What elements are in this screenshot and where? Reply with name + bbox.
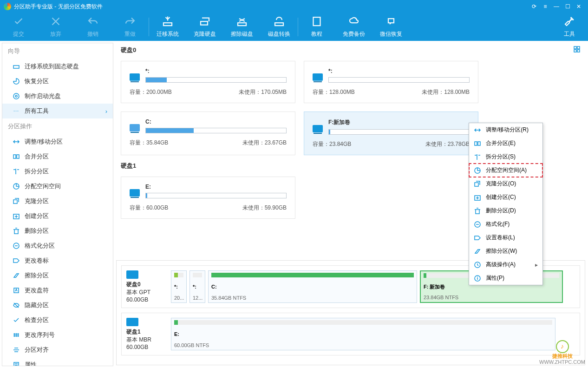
drive-icon [130,124,140,131]
sidebar-item-merge[interactable]: 合并分区 [2,149,113,164]
redo-icon [124,16,136,28]
delete-icon [13,227,20,235]
usage-bar [145,193,287,198]
menu-button[interactable]: ≡ [540,3,551,10]
sidebar: 向导迁移系统到固态硬盘恢复分区制作启动光盘所有工具›分区操作调整/移动分区合并分… [2,43,113,366]
wechat-icon [385,16,397,28]
alloc-icon [13,183,20,190]
merge-icon [13,153,20,160]
sidebar-item-label[interactable]: 更改卷标 [2,253,113,268]
sidebar-item-dots[interactable]: 所有工具› [2,104,113,118]
partition-card[interactable]: F:新加卷容量：23.84GB未使用：23.78GB [304,112,478,155]
sidebar-item-split[interactable]: 拆分分区 [2,164,113,179]
minimize-button[interactable]: — [551,3,562,10]
disk-icon [126,270,138,279]
sidebar-item-alloc[interactable]: 分配空闲空间 [2,179,113,194]
toolbar-redo-button[interactable]: 重做 [111,16,149,38]
partition-name: C: [145,118,287,125]
ctx-wipe[interactable]: 擦除分区(W) [469,244,542,258]
partition-card[interactable]: C:容量：35.84GB未使用：23.67GB [121,112,295,155]
drive-arrow-icon [162,16,173,28]
check-icon [13,316,20,324]
close-button[interactable]: ✕ [573,3,584,10]
toolbar: 提交放弃撤销重做迁移系统克隆硬盘擦除磁盘磁盘转换教程免费备份微信恢复工具 [0,13,588,41]
toolbar-drive-arrow-button[interactable]: 迁移系统 [149,16,186,38]
toolbar-cancel-button[interactable]: 放弃 [37,16,74,38]
disk-map-partition[interactable]: *:20... [171,270,187,303]
drive-icon [313,125,323,132]
disk-summary[interactable]: 硬盘1基本 MBR60.00GB [126,318,168,350]
letter-icon [13,287,20,294]
cancel-icon [50,16,61,28]
drive-clone-icon [199,16,210,28]
ctx-clone[interactable]: 克隆分区(O) [469,177,542,191]
undo-icon [87,16,98,28]
ctx-split[interactable]: 拆分分区(S) [469,150,542,164]
maximize-button[interactable]: ☐ [562,3,573,10]
ctx-label[interactable]: 设置卷标(L) [469,231,542,244]
sidebar-item-create[interactable]: 创建分区 [2,209,113,223]
watermark: ♪ 捷推科技 WWW.ZHTPC.COM [539,340,585,365]
sidebar-item-letter[interactable]: 更改盘符 [2,283,113,298]
toolbar-cloud-button[interactable]: 免费备份 [335,16,372,38]
toolbar-book-button[interactable]: 教程 [298,16,335,38]
disk-title: 硬盘1 [121,162,136,170]
merge-icon [474,140,481,147]
toolbar-drive-clone-button[interactable]: 克隆硬盘 [186,16,223,38]
partition-card[interactable]: *:容量：128.00MB未使用：128.00MB [304,61,478,103]
cloud-icon [348,16,359,28]
toolbar-wechat-button[interactable]: 微信恢复 [372,16,410,38]
sidebar-item-check[interactable]: 检查分区 [2,313,113,328]
disk-map-row: 硬盘1基本 MBR60.00GBE:60.00GB NTFS [121,313,580,355]
ops-section-title: 分区操作 [2,118,113,134]
dots-icon [13,107,20,115]
disk-map-partition[interactable]: *:12... [189,270,205,303]
sidebar-item-serial[interactable]: 更改序列号 [2,328,113,342]
wrench-icon [564,16,575,28]
disk-summary[interactable]: 硬盘0基本 GPT60.00GB [126,270,168,303]
align-icon [13,346,20,354]
ctx-create[interactable]: 创建分区(C) [469,191,542,204]
ctx-info[interactable]: 属性(P) [469,271,542,285]
sidebar-item-align[interactable]: 分区对齐 [2,342,113,357]
disk-map-partition[interactable]: E:60.00GB NTFS [171,318,555,350]
titlebar: 分区助手专业版 - 无损分区免费软件 ⟳ ≡ — ☐ ✕ [0,0,588,13]
ctx-format[interactable]: 格式化(F) [469,217,542,231]
ctx-resize[interactable]: 调整/移动分区(R) [469,123,542,137]
toolbar-check-button[interactable]: 提交 [0,16,37,38]
partition-name: *: [328,68,470,74]
usage-bar [145,128,287,133]
sidebar-item-clone[interactable]: 克隆分区 [2,194,113,209]
partition-name: E: [145,184,287,190]
resize-icon [474,126,481,134]
app-title: 分区助手专业版 - 无损分区免费软件 [14,3,103,11]
drive-icon [313,73,323,81]
ctx-merge[interactable]: 合并分区(E) [469,137,542,150]
refresh-button[interactable]: ⟳ [529,3,540,10]
usage-bar [328,129,470,135]
book-icon [311,16,322,28]
create-icon [474,194,481,201]
toolbar-wrench-button[interactable]: 工具 [551,16,588,38]
sidebar-item-delete[interactable]: 删除分区 [2,223,113,238]
ctx-adv[interactable]: 高级操作(A)▸ [469,258,542,271]
disk-map-partition[interactable]: C:35.84GB NTFS [208,270,417,303]
sidebar-item-pie[interactable]: 恢复分区 [2,74,113,89]
sidebar-item-resize[interactable]: 调整/移动分区 [2,134,113,149]
sidebar-item-hide[interactable]: 隐藏分区 [2,298,113,313]
ctx-delete[interactable]: 删除分区(D) [469,204,542,217]
toolbar-drive-convert-button[interactable]: 磁盘转换 [261,16,298,38]
sidebar-item-format[interactable]: 格式化分区 [2,238,113,253]
partition-card[interactable]: *:容量：200.00MB未使用：170.05MB [121,61,295,103]
sidebar-item-disc[interactable]: 制作启动光盘 [2,89,113,104]
partition-card[interactable]: E:容量：60.00GB未使用：59.90GB [121,177,295,219]
sidebar-item-wipe[interactable]: 擦除分区 [2,268,113,283]
ctx-alloc[interactable]: 分配空闲空间(A) [469,164,542,177]
toolbar-drive-erase-button[interactable]: 擦除磁盘 [223,16,261,38]
sidebar-item-prop[interactable]: 属性 [2,357,113,366]
toolbar-undo-button[interactable]: 撤销 [74,16,111,38]
format-icon [474,221,481,228]
create-icon [13,212,20,220]
sidebar-item-ssd[interactable]: 迁移系统到固态硬盘 [2,59,113,74]
view-toggle-button[interactable] [573,46,581,54]
